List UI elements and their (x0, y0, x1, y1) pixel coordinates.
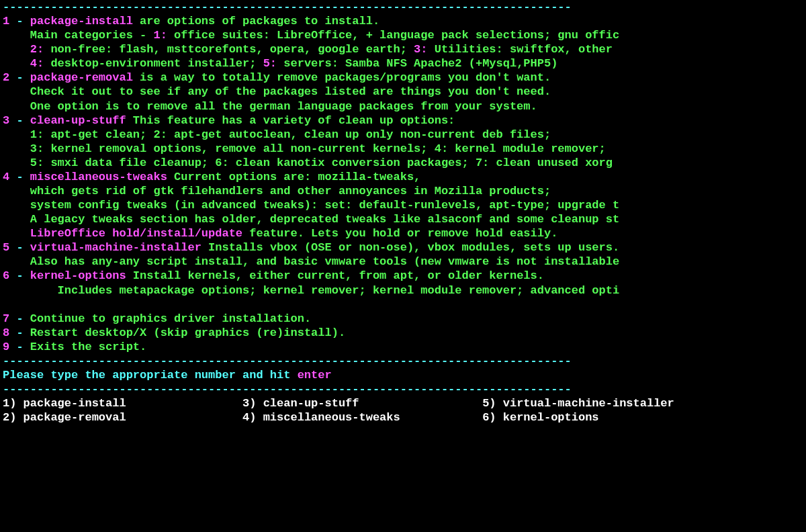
choice-number[interactable]: 1) (3, 397, 24, 410)
divider: ----------------------------------------… (3, 383, 572, 396)
menu-body-line: Includes metapackage options; kernel rem… (3, 283, 803, 298)
menu-title[interactable]: miscellaneous-tweaks (30, 171, 167, 183)
choice-number[interactable]: 4) (242, 411, 263, 424)
menu-title[interactable]: virtual-machine-installer (30, 241, 202, 254)
prompt-text: Please type the appropriate number and h… (3, 369, 298, 382)
divider-line: ----------------------------------------… (3, 382, 803, 396)
dash: - (9, 114, 30, 127)
dash: - (9, 71, 30, 84)
choice-label[interactable]: package-removal (24, 411, 242, 424)
dash: - (9, 326, 30, 339)
choice-row: 1) package-install 3) clean-up-stuff 5) … (3, 396, 803, 410)
menu-desc: is a way to totally remove packages/prog… (133, 71, 551, 84)
divider-line: ----------------------------------------… (3, 0, 803, 14)
menu-body-text: non-free: flash, msttcorefonts, opera, g… (44, 43, 414, 56)
menu-desc: This feature has a variety of clean up o… (126, 114, 455, 127)
menu-body-text: servers: Samba NFS Apache2 (+Mysql,PHP5) (277, 57, 557, 70)
menu-number[interactable]: 9 (3, 341, 9, 353)
menu-number[interactable]: 8 (3, 326, 9, 339)
menu-desc: Install kernels, either current, from ap… (126, 269, 544, 282)
choice-number[interactable]: 5) (482, 397, 503, 410)
menu-body-text: Utilities: swiftfox, other (428, 43, 613, 56)
dash: - (9, 269, 30, 282)
menu-body-text: office suites: LibreOffice, + language p… (167, 29, 619, 42)
menu-desc: Exits the script. (30, 341, 146, 353)
menu-number[interactable]: 3 (3, 114, 9, 127)
dash: - (9, 312, 30, 325)
menu-body-line: Main categories - 1: office suites: Libr… (3, 28, 803, 42)
menu-desc: Continue to graphics driver installation… (30, 312, 311, 325)
menu-body-line: Check it out to see if any of the packag… (3, 85, 803, 99)
menu-body-text: Also has any-any script install, and bas… (3, 255, 619, 268)
menu-item: 2 - package-removal is a way to totally … (3, 71, 803, 85)
terminal-screen[interactable]: ----------------------------------------… (0, 0, 806, 427)
menu-number[interactable]: 7 (3, 312, 9, 325)
menu-body-text: system config tweaks (in advanced tweaks… (3, 199, 619, 212)
choice-label[interactable]: virtual-machine-installer (503, 397, 674, 410)
menu-body-text (3, 227, 30, 240)
menu-body-line (3, 298, 803, 312)
choice-label[interactable]: kernel-options (503, 411, 599, 424)
menu-body-text: which gets rid of gtk filehandlers and o… (3, 185, 551, 197)
menu-item: 4 - miscellaneous-tweaks Current options… (3, 170, 803, 184)
menu-desc: Restart desktop/X (skip graphics (re)ins… (30, 326, 345, 339)
menu-number[interactable]: 2 (3, 71, 9, 84)
menu-body-text: 5: smxi data file cleanup; 6: clean kano… (3, 157, 613, 169)
menu-body-text (3, 43, 30, 56)
choice-row: 2) package-removal 4) miscellaneous-twea… (3, 410, 803, 425)
menu-body-text (3, 57, 30, 70)
menu-body-line: 5: smxi data file cleanup; 6: clean kano… (3, 156, 803, 170)
menu-body-line: 1: apt-get clean; 2: apt-get autoclean, … (3, 128, 803, 142)
menu-number[interactable]: 6 (3, 269, 9, 282)
menu-body-text: 5: (263, 57, 277, 70)
menu-body-text: 3: kernel removal options, remove all no… (3, 142, 606, 155)
menu-number[interactable]: 5 (3, 241, 9, 254)
dash: - (9, 241, 30, 254)
menu-number[interactable]: 1 (3, 15, 9, 28)
divider: ----------------------------------------… (3, 355, 572, 367)
menu-title[interactable]: package-install (30, 15, 133, 28)
menu-body-text: A legacy tweaks section has older, depre… (3, 213, 619, 226)
menu-number[interactable]: 4 (3, 171, 9, 183)
choice-label[interactable]: package-install (24, 397, 242, 410)
menu-body-text: 3: (414, 43, 427, 56)
menu-body-line: Also has any-any script install, and bas… (3, 255, 803, 269)
menu-body-text: 1: (153, 29, 167, 42)
menu-body-text (3, 298, 9, 311)
menu-title[interactable]: kernel-options (30, 269, 126, 282)
menu-item: 7 - Continue to graphics driver installa… (3, 312, 803, 326)
menu-item: 8 - Restart desktop/X (skip graphics (re… (3, 326, 803, 340)
menu-item: 6 - kernel-options Install kernels, eith… (3, 269, 803, 283)
menu-body-line: 3: kernel removal options, remove all no… (3, 142, 803, 156)
choice-label[interactable]: clean-up-stuff (263, 397, 482, 410)
prompt-enter: enter (298, 369, 332, 382)
menu-title[interactable]: package-removal (30, 71, 133, 84)
menu-body-text: 2: (30, 43, 44, 56)
choice-number[interactable]: 3) (242, 397, 263, 410)
menu-body-text: LibreOffice hold/install/update (30, 227, 242, 240)
divider-line: ----------------------------------------… (3, 354, 803, 368)
menu-body-text: 4: (30, 57, 44, 70)
menu-body-line: One option is to remove all the german l… (3, 99, 803, 114)
prompt-line: Please type the appropriate number and h… (3, 368, 803, 382)
menu-body-line: LibreOffice hold/install/update feature.… (3, 226, 803, 240)
menu-body-text: Check it out to see if any of the packag… (3, 85, 551, 98)
divider: ----------------------------------------… (3, 1, 572, 13)
menu-item: 3 - clean-up-stuff This feature has a va… (3, 114, 803, 128)
menu-body-text: Includes metapackage options; kernel rem… (3, 284, 619, 297)
menu-desc: are options of packages to install. (133, 15, 379, 28)
choice-label[interactable]: miscellaneous-tweaks (263, 411, 482, 424)
menu-body-text: One option is to remove all the german l… (3, 100, 537, 113)
choice-number[interactable]: 2) (3, 411, 24, 424)
menu-desc: Installs vbox (OSE or non-ose), vbox mod… (202, 241, 619, 254)
dash: - (9, 341, 30, 353)
menu-desc: Current options are: mozilla-tweaks, (167, 171, 420, 183)
menu-body-line: A legacy tweaks section has older, depre… (3, 212, 803, 226)
menu-body-text: Main categories - (3, 29, 153, 42)
menu-title[interactable]: clean-up-stuff (30, 114, 126, 127)
choice-number[interactable]: 6) (482, 411, 503, 424)
dash: - (9, 15, 30, 28)
menu-item: 5 - virtual-machine-installer Installs v… (3, 240, 803, 255)
menu-body-text: desktop-environment installer; (44, 57, 263, 70)
menu-body-text: 1: apt-get clean; 2: apt-get autoclean, … (3, 128, 551, 141)
